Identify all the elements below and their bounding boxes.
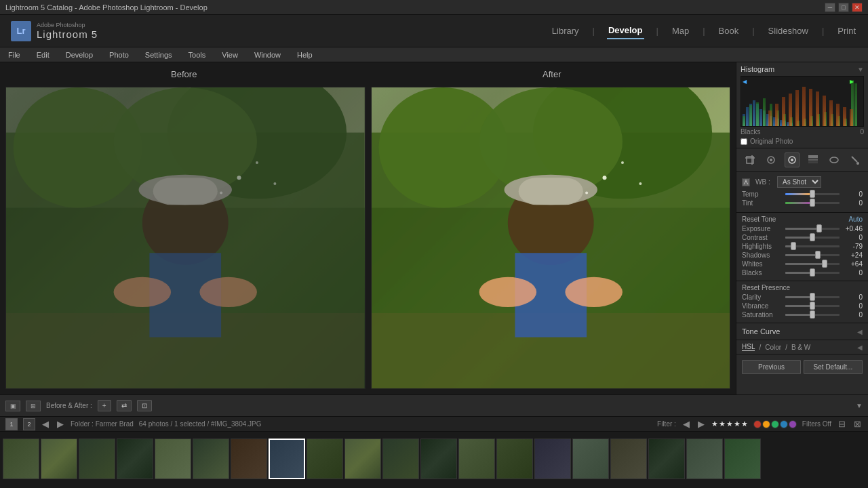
view-grid-icon[interactable]: ⊞ [26, 401, 41, 411]
film-thumb-2[interactable] [41, 439, 77, 479]
compare-view-btn[interactable]: ⊡ [137, 400, 152, 411]
red-label[interactable] [753, 420, 762, 428]
saturation-slider-track[interactable] [785, 314, 840, 316]
radial-tool[interactable] [827, 152, 842, 167]
blue-label[interactable] [780, 420, 788, 428]
tone-curve-header[interactable]: Tone Curve ◀ [742, 326, 863, 337]
prev-arrow[interactable]: ◀ [41, 419, 50, 429]
reset-tone-btn[interactable]: Reset Tone [742, 216, 776, 223]
whites-slider-track[interactable] [785, 263, 840, 265]
nav-develop[interactable]: Develop [607, 22, 644, 39]
page2-btn[interactable]: 2 [23, 418, 35, 430]
reset-presence-btn[interactable]: Reset Presence [742, 284, 790, 291]
film-thumb-15[interactable] [534, 439, 571, 479]
tint-slider-track[interactable] [785, 202, 840, 204]
green-label[interactable] [771, 420, 779, 428]
star2[interactable]: ★ [719, 420, 726, 428]
contrast-slider-track[interactable] [785, 237, 840, 239]
film-thumb-10[interactable] [344, 439, 381, 479]
blacks-slider-track[interactable] [785, 272, 840, 274]
film-thumb-14[interactable] [496, 439, 533, 479]
nav-map[interactable]: Map [671, 23, 690, 39]
nav-library[interactable]: Library [551, 23, 580, 39]
film-thumb-3[interactable] [79, 439, 115, 479]
tint-thumb[interactable] [810, 199, 815, 207]
menu-file[interactable]: File [5, 49, 23, 60]
film-thumb-16[interactable] [572, 439, 609, 479]
film-thumb-4[interactable] [117, 439, 153, 479]
film-thumb-7[interactable] [231, 439, 267, 479]
highlights-thumb[interactable] [791, 242, 796, 250]
nav-book[interactable]: Book [717, 23, 741, 39]
gradient-tool[interactable] [806, 152, 821, 167]
contrast-thumb[interactable] [810, 233, 815, 241]
film-thumb-5[interactable] [155, 439, 191, 479]
film-thumb-9[interactable] [307, 439, 343, 479]
filter-next[interactable]: ▶ [696, 419, 706, 429]
previous-button[interactable]: Previous [742, 360, 801, 374]
purple-label[interactable] [789, 420, 797, 428]
film-thumb-12[interactable] [420, 439, 457, 479]
nav-slideshow[interactable]: Slideshow [767, 23, 810, 39]
filmstrip-expand[interactable]: ⊠ [852, 419, 863, 429]
film-thumb-13[interactable] [458, 439, 495, 479]
star5[interactable]: ★ [741, 420, 748, 428]
filmstrip-toggle[interactable]: ⊟ [837, 419, 847, 429]
shadows-thumb[interactable] [815, 251, 821, 259]
yellow-label[interactable] [762, 420, 770, 428]
menu-settings[interactable]: Settings [142, 49, 175, 60]
star3[interactable]: ★ [726, 420, 733, 428]
wb-mode-select[interactable]: As Shot Auto Daylight Cloudy Shade Custo… [777, 176, 821, 188]
menu-window[interactable]: Window [252, 49, 283, 60]
set-default-button[interactable]: Set Default... [804, 360, 863, 374]
film-thumb-18[interactable] [648, 439, 685, 479]
filter-prev[interactable]: ◀ [682, 419, 691, 429]
film-thumb-17[interactable] [610, 439, 647, 479]
film-thumb-11[interactable] [382, 439, 419, 479]
shadows-slider-track[interactable] [785, 254, 840, 256]
film-thumb-8[interactable] [269, 439, 305, 479]
page1-btn[interactable]: 1 [5, 418, 18, 430]
menu-edit[interactable]: Edit [34, 49, 52, 60]
whites-thumb[interactable] [822, 260, 827, 268]
vibrance-thumb[interactable] [810, 302, 815, 310]
exposure-slider-track[interactable] [785, 228, 840, 230]
view-single-icon[interactable]: ▣ [5, 401, 20, 411]
clarity-thumb[interactable] [810, 293, 815, 301]
nav-print[interactable]: Print [836, 23, 857, 39]
menu-photo[interactable]: Photo [106, 49, 132, 60]
exposure-thumb[interactable] [816, 224, 822, 232]
temp-slider-track[interactable] [785, 193, 840, 195]
menu-help[interactable]: Help [294, 49, 315, 60]
adjustment-brush[interactable] [848, 152, 863, 167]
add-view-btn[interactable]: + [98, 400, 111, 411]
bw-tab[interactable]: B & W [791, 344, 810, 351]
minimize-button[interactable]: ─ [825, 3, 835, 12]
swap-view-btn[interactable]: ⇄ [117, 400, 132, 411]
star1[interactable]: ★ [711, 420, 718, 428]
temp-thumb[interactable] [810, 190, 815, 198]
saturation-thumb[interactable] [810, 310, 815, 319]
next-arrow[interactable]: ▶ [56, 419, 65, 429]
film-thumb-20[interactable] [724, 439, 761, 479]
color-tab[interactable]: Color [765, 344, 781, 351]
spot-removal-tool[interactable] [764, 152, 778, 167]
maximize-button[interactable]: □ [838, 3, 849, 12]
hsl-collapse-icon[interactable]: ◀ [857, 344, 863, 351]
menu-view[interactable]: View [219, 49, 241, 60]
menu-tools[interactable]: Tools [186, 49, 209, 60]
crop-tool[interactable] [743, 152, 757, 167]
film-thumb-1[interactable] [3, 439, 39, 479]
blacks-thumb[interactable] [810, 268, 815, 277]
redeye-tool[interactable] [785, 152, 800, 167]
auto-tone-btn[interactable]: Auto [848, 216, 863, 223]
film-thumb-19[interactable] [686, 439, 723, 479]
highlights-slider-track[interactable] [785, 245, 840, 247]
vibrance-slider-track[interactable] [785, 305, 840, 307]
star4[interactable]: ★ [734, 420, 741, 428]
original-photo-checkbox[interactable] [741, 138, 747, 145]
eyedropper-icon[interactable] [742, 178, 750, 186]
menu-develop[interactable]: Develop [63, 49, 96, 60]
clarity-slider-track[interactable] [785, 296, 840, 298]
hsl-tab[interactable]: HSL [742, 343, 755, 351]
